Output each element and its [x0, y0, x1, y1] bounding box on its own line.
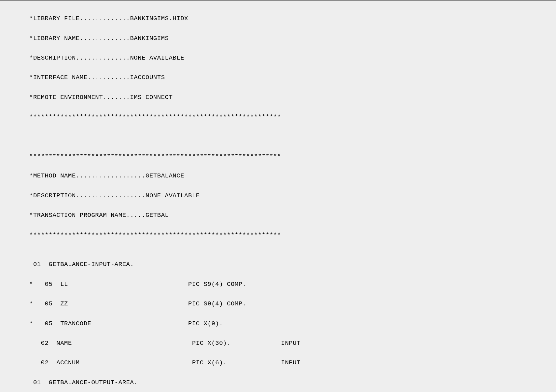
code-line: 01 GETBALANCE-INPUT-AREA. [29, 259, 556, 269]
code-line: 02 NAME PIC X(30). INPUT [29, 338, 556, 348]
code-line: * 05 ZZ PIC S9(4) COMP. [29, 299, 556, 309]
code-line: ****************************************… [29, 151, 556, 161]
code-line: *DESCRIPTION..................NONE AVAIL… [29, 191, 556, 201]
code-line: *REMOTE ENVIRONMENT.......IMS CONNECT [29, 92, 556, 102]
code-line: *LIBRARY FILE.............BANKINGIMS.HID… [29, 14, 556, 23]
code-line: * 05 TRANCODE PIC X(9). [29, 319, 556, 329]
document-content: *LIBRARY FILE.............BANKINGIMS.HID… [0, 0, 556, 392]
code-line: *METHOD NAME..................GETBALANCE [29, 171, 556, 181]
code-line: *LIBRARY NAME.............BANKINGIMS [29, 34, 556, 43]
code-line: * 05 LL PIC S9(4) COMP. [29, 279, 556, 289]
code-line: *INTERFACE NAME...........IACCOUNTS [29, 73, 556, 82]
code-line: *TRANSACTION PROGRAM NAME.....GETBAL [29, 210, 556, 220]
code-line: *DESCRIPTION..............NONE AVAILABLE [29, 53, 556, 63]
code-line: ****************************************… [29, 230, 556, 240]
code-line: ****************************************… [29, 112, 556, 122]
code-line: 02 ACCNUM PIC X(6). INPUT [29, 358, 556, 368]
code-line: 01 GETBALANCE-OUTPUT-AREA. [29, 378, 556, 387]
